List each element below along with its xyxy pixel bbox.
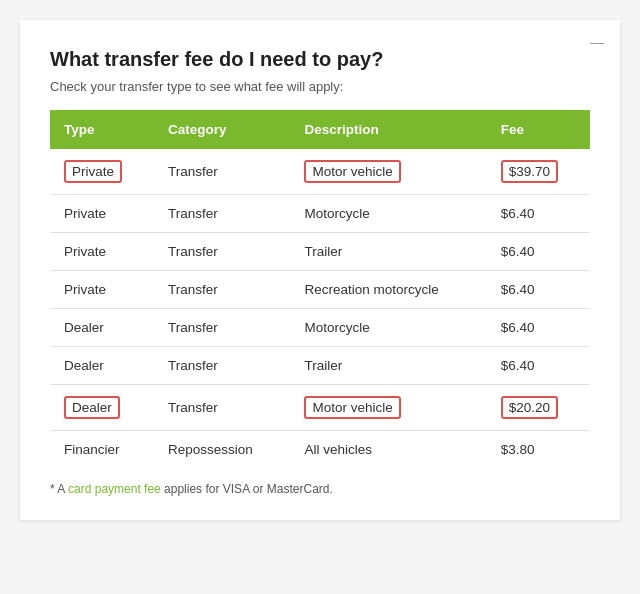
cell-type: Private — [50, 149, 154, 195]
highlighted-fee: $20.20 — [501, 396, 558, 419]
cell-category: Repossession — [154, 431, 290, 469]
cell-description: Trailer — [290, 347, 486, 385]
col-header-description: Description — [290, 110, 486, 149]
table-row: PrivateTransferRecreation motorcycle$6.4… — [50, 271, 590, 309]
cell-fee: $39.70 — [487, 149, 590, 195]
table-row: PrivateTransferTrailer$6.40 — [50, 233, 590, 271]
cell-type: Dealer — [50, 347, 154, 385]
footer-note: * A card payment fee applies for VISA or… — [50, 482, 590, 496]
footer-note-suffix: applies for VISA or MasterCard. — [161, 482, 333, 496]
minimize-button[interactable]: — — [590, 34, 604, 50]
cell-category: Transfer — [154, 347, 290, 385]
col-header-type: Type — [50, 110, 154, 149]
col-header-fee: Fee — [487, 110, 590, 149]
cell-fee: $6.40 — [487, 347, 590, 385]
table-row: PrivateTransferMotorcycle$6.40 — [50, 195, 590, 233]
cell-fee: $3.80 — [487, 431, 590, 469]
cell-category: Transfer — [154, 195, 290, 233]
page-title: What transfer fee do I need to pay? — [50, 48, 590, 71]
cell-type: Dealer — [50, 385, 154, 431]
cell-category: Transfer — [154, 149, 290, 195]
cell-category: Transfer — [154, 233, 290, 271]
table-row: DealerTransferMotor vehicle$20.20 — [50, 385, 590, 431]
table-header-row: Type Category Description Fee — [50, 110, 590, 149]
cell-fee: $6.40 — [487, 233, 590, 271]
cell-description: All vehicles — [290, 431, 486, 469]
cell-description: Motorcycle — [290, 309, 486, 347]
cell-type: Financier — [50, 431, 154, 469]
card-payment-fee-link[interactable]: card payment fee — [68, 482, 161, 496]
highlighted-fee: $39.70 — [501, 160, 558, 183]
cell-type: Private — [50, 233, 154, 271]
cell-category: Transfer — [154, 271, 290, 309]
page-subtitle: Check your transfer type to see what fee… — [50, 79, 590, 94]
table-row: DealerTransferTrailer$6.40 — [50, 347, 590, 385]
highlighted-type: Private — [64, 160, 122, 183]
main-card: — What transfer fee do I need to pay? Ch… — [20, 20, 620, 520]
cell-fee: $6.40 — [487, 195, 590, 233]
cell-category: Transfer — [154, 385, 290, 431]
cell-fee: $6.40 — [487, 309, 590, 347]
table-row: FinancierRepossessionAll vehicles$3.80 — [50, 431, 590, 469]
col-header-category: Category — [154, 110, 290, 149]
highlighted-description: Motor vehicle — [304, 396, 400, 419]
highlighted-type: Dealer — [64, 396, 120, 419]
cell-description: Motorcycle — [290, 195, 486, 233]
cell-fee: $6.40 — [487, 271, 590, 309]
cell-description: Motor vehicle — [290, 149, 486, 195]
table-row: PrivateTransferMotor vehicle$39.70 — [50, 149, 590, 195]
cell-description: Trailer — [290, 233, 486, 271]
cell-description: Recreation motorcycle — [290, 271, 486, 309]
highlighted-description: Motor vehicle — [304, 160, 400, 183]
fee-table: Type Category Description Fee PrivateTra… — [50, 110, 590, 468]
cell-fee: $20.20 — [487, 385, 590, 431]
cell-type: Private — [50, 271, 154, 309]
cell-description: Motor vehicle — [290, 385, 486, 431]
cell-type: Dealer — [50, 309, 154, 347]
cell-type: Private — [50, 195, 154, 233]
table-row: DealerTransferMotorcycle$6.40 — [50, 309, 590, 347]
cell-category: Transfer — [154, 309, 290, 347]
footer-note-prefix: * A — [50, 482, 68, 496]
